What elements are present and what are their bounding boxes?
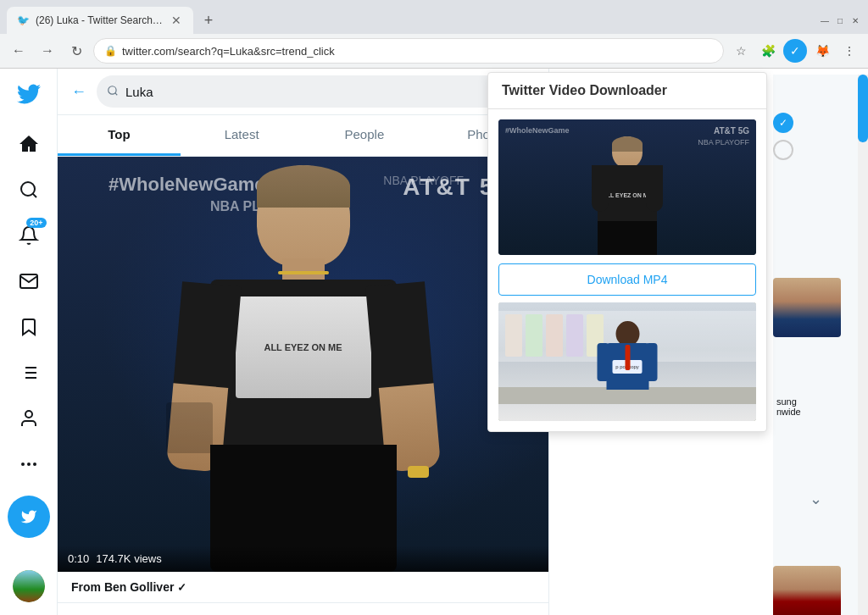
tab-people[interactable]: People bbox=[303, 115, 426, 156]
downloader-body: AT&T 5G #WholeNewGame NBA PLAYOFF ALL EY… bbox=[488, 109, 766, 431]
address-bar-actions: ☆ 🧩 ✓ 🦊 ⋮ bbox=[729, 39, 861, 63]
url-text: twitter.com/search?q=Luka&src=trend_clic… bbox=[122, 45, 713, 58]
sidebar-item-more[interactable] bbox=[8, 443, 50, 485]
browser-menu-button[interactable]: ⋮ bbox=[837, 39, 861, 63]
active-tab[interactable]: 🐦 (26) Luka - Twitter Search / Twitt... … bbox=[7, 7, 193, 34]
sidebar-item-profile[interactable] bbox=[8, 397, 50, 440]
profile-avatar-button[interactable]: ✓ bbox=[783, 39, 807, 63]
tab-top[interactable]: Top bbox=[58, 115, 181, 156]
video-controls-bar: 0:10 174.7K views bbox=[58, 546, 548, 572]
twitter-logo[interactable] bbox=[10, 75, 47, 116]
svg-point-12 bbox=[108, 86, 116, 93]
minimize-button[interactable]: — bbox=[819, 14, 831, 26]
maximize-button[interactable]: □ bbox=[834, 14, 846, 26]
downloader-title: Twitter Video Downloader bbox=[502, 83, 753, 98]
svg-point-11 bbox=[33, 463, 36, 466]
samsung-ad-text: sung nwide bbox=[776, 396, 801, 417]
refresh-button[interactable]: ↻ bbox=[64, 39, 88, 63]
tweet-container[interactable]: AT&T 5G #WholeNewGame NBA PLAYOFFS NBA P… bbox=[58, 157, 548, 603]
twitter-sidebar: 20+ bbox=[0, 69, 58, 615]
tab-bar: 🐦 (26) Luka - Twitter Search / Twitt... … bbox=[0, 0, 868, 34]
window-controls: — □ ✕ bbox=[819, 14, 861, 26]
tweet-author: From Ben Golliver ✓ bbox=[58, 572, 548, 603]
close-button[interactable]: ✕ bbox=[849, 14, 861, 26]
download-option-buttons: ✓ bbox=[770, 106, 797, 167]
downloader-video-thumbnail-1: AT&T 5G #WholeNewGame NBA PLAYOFF ALL EY… bbox=[498, 119, 756, 255]
search-query-text: Luka bbox=[125, 85, 153, 99]
new-tab-button[interactable]: + bbox=[197, 8, 220, 32]
video-time: 0:10 bbox=[68, 552, 89, 565]
download-mp4-button[interactable]: Download MP4 bbox=[498, 263, 756, 296]
svg-point-9 bbox=[21, 463, 25, 466]
page-scrollbar[interactable] bbox=[858, 75, 868, 615]
bookmark-star-button[interactable]: ☆ bbox=[729, 39, 753, 63]
tab-title: (26) Luka - Twitter Search / Twitt... bbox=[36, 14, 163, 26]
svg-point-8 bbox=[25, 411, 32, 418]
downloader-header: Twitter Video Downloader bbox=[488, 73, 766, 109]
sidebar-item-bookmarks[interactable] bbox=[8, 306, 50, 348]
sidebar-item-home[interactable] bbox=[8, 123, 50, 165]
svg-point-0 bbox=[21, 182, 35, 196]
user-avatar[interactable] bbox=[13, 570, 45, 602]
search-back-button[interactable]: ← bbox=[71, 83, 86, 101]
forward-nav-button[interactable]: → bbox=[36, 39, 59, 63]
sidebar-item-messages[interactable] bbox=[8, 260, 50, 302]
author-name[interactable]: Ben Golliver bbox=[104, 580, 174, 594]
sidebar-item-lists[interactable] bbox=[8, 352, 50, 394]
video-views: 174.7K views bbox=[96, 552, 161, 565]
tab-close-button[interactable]: ✕ bbox=[170, 14, 183, 27]
twitter-main-content: ← Luka Top Latest People Photos bbox=[58, 69, 549, 615]
sidebar-item-explore[interactable] bbox=[8, 169, 50, 211]
video-placeholder: AT&T 5G #WholeNewGame NBA PLAYOFFS NBA P… bbox=[58, 157, 548, 572]
search-box[interactable]: Luka bbox=[97, 75, 535, 108]
checkmark-icon: ✓ bbox=[779, 117, 787, 129]
svg-point-10 bbox=[27, 463, 31, 466]
download-option-1-button[interactable]: ✓ bbox=[773, 113, 793, 133]
extensions-button[interactable]: 🧩 bbox=[756, 39, 780, 63]
main-container: 20+ ← bbox=[0, 69, 868, 615]
svg-line-1 bbox=[32, 194, 36, 197]
security-icon: 🔒 bbox=[104, 45, 117, 57]
scrollbar-thumb[interactable] bbox=[858, 75, 868, 142]
svg-line-13 bbox=[115, 92, 118, 95]
search-tabs: Top Latest People Photos bbox=[58, 115, 548, 157]
sidebar-item-notifications[interactable]: 20+ bbox=[8, 214, 50, 257]
back-nav-button[interactable]: ← bbox=[7, 39, 31, 63]
address-bar[interactable]: 🔒 twitter.com/search?q=Luka&src=trend_cl… bbox=[93, 38, 724, 64]
browser-chrome: 🐦 (26) Luka - Twitter Search / Twitt... … bbox=[0, 0, 868, 69]
downloader-video-thumbnail-2: p popcopy bbox=[498, 302, 756, 421]
search-header: ← Luka bbox=[58, 69, 548, 115]
verified-badge-icon: ✓ bbox=[177, 581, 186, 594]
show-more-button[interactable]: ⌄ bbox=[810, 490, 822, 508]
twitter-video-downloader-panel: Twitter Video Downloader AT&T 5G #WholeN… bbox=[487, 72, 767, 432]
address-bar-row: ← → ↻ 🔒 twitter.com/search?q=Luka&src=tr… bbox=[0, 34, 868, 68]
biden-news-thumbnail bbox=[773, 278, 841, 337]
sanders-news-thumbnail bbox=[773, 566, 841, 615]
compose-tweet-button[interactable] bbox=[8, 496, 50, 538]
extension2-button[interactable]: 🦊 bbox=[810, 39, 834, 63]
notification-badge: 20+ bbox=[26, 218, 46, 228]
tab-favicon: 🐦 bbox=[17, 14, 29, 26]
search-icon bbox=[107, 85, 119, 99]
tweet-video[interactable]: AT&T 5G #WholeNewGame NBA PLAYOFFS NBA P… bbox=[58, 157, 548, 572]
tab-latest[interactable]: Latest bbox=[181, 115, 303, 156]
download-option-2-button[interactable] bbox=[773, 140, 793, 160]
